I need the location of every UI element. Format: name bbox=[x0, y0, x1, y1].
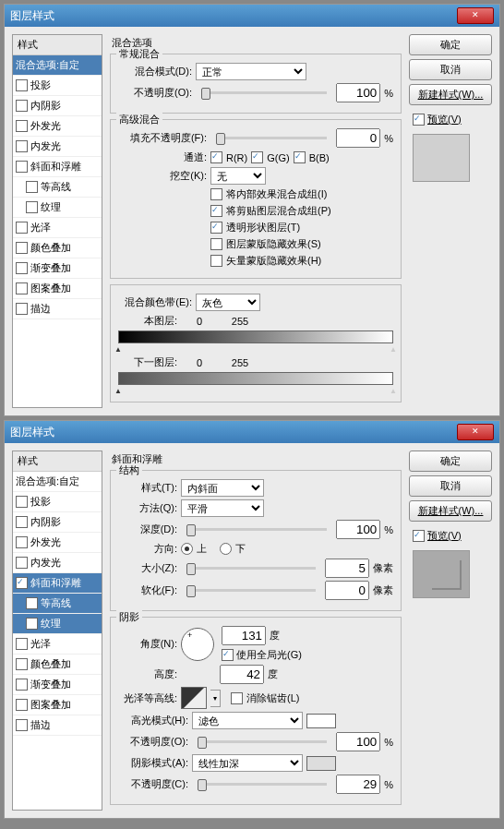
style-item-5[interactable]: 斜面和浮雕 bbox=[13, 573, 102, 594]
new-style-button[interactable]: 新建样式(W)... bbox=[409, 500, 492, 522]
channel-r-checkbox[interactable] bbox=[210, 151, 222, 163]
channel-g-checkbox[interactable] bbox=[251, 151, 263, 163]
style-item-6[interactable]: 等高线 bbox=[13, 177, 102, 198]
style-checkbox[interactable] bbox=[16, 120, 28, 132]
style-item-1[interactable]: 投影 bbox=[13, 492, 102, 512]
ok-button[interactable]: 确定 bbox=[409, 34, 492, 55]
style-item-4[interactable]: 内发光 bbox=[13, 553, 102, 573]
style-item-12[interactable]: 描边 bbox=[13, 715, 102, 736]
style-checkbox[interactable] bbox=[16, 557, 28, 569]
style-checkbox[interactable] bbox=[16, 222, 28, 234]
style-item-6[interactable]: 等高线 bbox=[13, 594, 102, 614]
style-checkbox[interactable] bbox=[16, 161, 28, 173]
opt5-checkbox[interactable] bbox=[210, 255, 222, 267]
technique-select[interactable]: 平滑 bbox=[181, 499, 264, 517]
knockout-select[interactable]: 无 bbox=[210, 167, 266, 185]
style-item-3[interactable]: 外发光 bbox=[13, 533, 102, 553]
style-item-10[interactable]: 渐变叠加 bbox=[13, 258, 102, 279]
highlight-opacity-slider[interactable] bbox=[198, 740, 327, 743]
depth-slider[interactable] bbox=[186, 528, 327, 531]
soften-input[interactable] bbox=[325, 581, 369, 600]
style-item-7[interactable]: 纹理 bbox=[13, 198, 102, 218]
style-checkbox[interactable] bbox=[16, 679, 28, 691]
close-button[interactable]: ✕ bbox=[457, 424, 494, 440]
highlight-mode-select[interactable]: 滤色 bbox=[192, 712, 303, 729]
cancel-button[interactable]: 取消 bbox=[409, 59, 492, 80]
under-layer-gradient[interactable] bbox=[118, 372, 393, 385]
shadow-opacity-input[interactable] bbox=[336, 775, 380, 794]
size-input[interactable] bbox=[325, 559, 369, 578]
preview-checkbox[interactable] bbox=[413, 530, 425, 542]
new-style-button[interactable]: 新建样式(W)... bbox=[409, 84, 492, 105]
style-checkbox[interactable] bbox=[16, 577, 28, 589]
opacity-slider[interactable] bbox=[201, 91, 327, 94]
size-slider[interactable] bbox=[186, 567, 316, 570]
soften-slider[interactable] bbox=[186, 589, 316, 592]
style-checkbox[interactable] bbox=[16, 242, 28, 254]
shadow-mode-select[interactable]: 线性加深 bbox=[192, 754, 303, 772]
cancel-button[interactable]: 取消 bbox=[409, 475, 492, 497]
angle-input[interactable] bbox=[222, 626, 266, 645]
style-checkbox[interactable] bbox=[26, 181, 38, 193]
close-button[interactable]: ✕ bbox=[457, 7, 494, 24]
angle-picker[interactable] bbox=[181, 628, 214, 661]
shadow-opacity-slider[interactable] bbox=[198, 783, 327, 786]
style-item-7[interactable]: 纹理 bbox=[13, 614, 102, 634]
style-checkbox[interactable] bbox=[16, 638, 28, 650]
titlebar[interactable]: 图层样式 ✕ bbox=[5, 421, 499, 443]
opt4-checkbox[interactable] bbox=[210, 238, 222, 250]
style-checkbox[interactable] bbox=[16, 719, 28, 731]
global-light-checkbox[interactable] bbox=[222, 649, 234, 661]
highlight-opacity-input[interactable] bbox=[336, 732, 380, 751]
altitude-input[interactable] bbox=[220, 665, 264, 684]
style-item-1[interactable]: 投影 bbox=[13, 76, 102, 96]
style-checkbox[interactable] bbox=[16, 536, 28, 548]
fill-input[interactable] bbox=[336, 128, 380, 148]
style-item-11[interactable]: 图案叠加 bbox=[13, 279, 102, 299]
style-item-8[interactable]: 光泽 bbox=[13, 634, 102, 655]
style-item-0[interactable]: 混合选项:自定 bbox=[13, 472, 102, 492]
highlight-color[interactable] bbox=[306, 714, 336, 728]
style-item-10[interactable]: 渐变叠加 bbox=[13, 675, 102, 695]
style-checkbox[interactable] bbox=[16, 496, 28, 508]
style-item-9[interactable]: 颜色叠加 bbox=[13, 655, 102, 675]
style-checkbox[interactable] bbox=[16, 303, 28, 315]
style-checkbox[interactable] bbox=[26, 618, 38, 630]
style-checkbox[interactable] bbox=[16, 282, 28, 294]
style-checkbox[interactable] bbox=[16, 100, 28, 112]
style-item-11[interactable]: 图案叠加 bbox=[13, 695, 102, 715]
opt3-checkbox[interactable] bbox=[210, 222, 222, 234]
bevel-style-select[interactable]: 内斜面 bbox=[181, 479, 264, 497]
style-item-4[interactable]: 内发光 bbox=[13, 137, 102, 157]
style-item-8[interactable]: 光泽 bbox=[13, 218, 102, 238]
opt2-checkbox[interactable] bbox=[210, 205, 222, 217]
style-item-2[interactable]: 内阴影 bbox=[13, 512, 102, 533]
style-checkbox[interactable] bbox=[16, 262, 28, 274]
style-checkbox[interactable] bbox=[16, 658, 28, 670]
blendif-select[interactable]: 灰色 bbox=[196, 294, 260, 311]
style-checkbox[interactable] bbox=[26, 201, 38, 213]
gloss-contour[interactable] bbox=[181, 687, 207, 709]
fill-slider[interactable] bbox=[216, 137, 327, 139]
style-checkbox[interactable] bbox=[16, 699, 28, 711]
titlebar[interactable]: 图层样式 ✕ bbox=[5, 5, 499, 27]
style-checkbox[interactable] bbox=[16, 79, 28, 91]
channel-b-checkbox[interactable] bbox=[294, 151, 306, 163]
antialias-checkbox[interactable] bbox=[231, 692, 243, 704]
shadow-color[interactable] bbox=[306, 756, 336, 771]
style-item-0[interactable]: 混合选项:自定 bbox=[13, 55, 102, 76]
style-checkbox[interactable] bbox=[26, 597, 38, 609]
style-item-3[interactable]: 外发光 bbox=[13, 116, 102, 137]
style-item-2[interactable]: 内阴影 bbox=[13, 96, 102, 116]
this-layer-gradient[interactable] bbox=[118, 330, 393, 343]
dir-up-radio[interactable] bbox=[181, 543, 193, 555]
contour-dropdown[interactable]: ▾ bbox=[210, 690, 221, 707]
opt1-checkbox[interactable] bbox=[210, 188, 222, 200]
style-item-9[interactable]: 颜色叠加 bbox=[13, 238, 102, 258]
style-checkbox[interactable] bbox=[16, 140, 28, 152]
style-item-12[interactable]: 描边 bbox=[13, 299, 102, 319]
preview-checkbox[interactable] bbox=[413, 114, 425, 126]
ok-button[interactable]: 确定 bbox=[409, 451, 492, 472]
dir-down-radio[interactable] bbox=[220, 543, 232, 555]
style-item-5[interactable]: 斜面和浮雕 bbox=[13, 157, 102, 177]
